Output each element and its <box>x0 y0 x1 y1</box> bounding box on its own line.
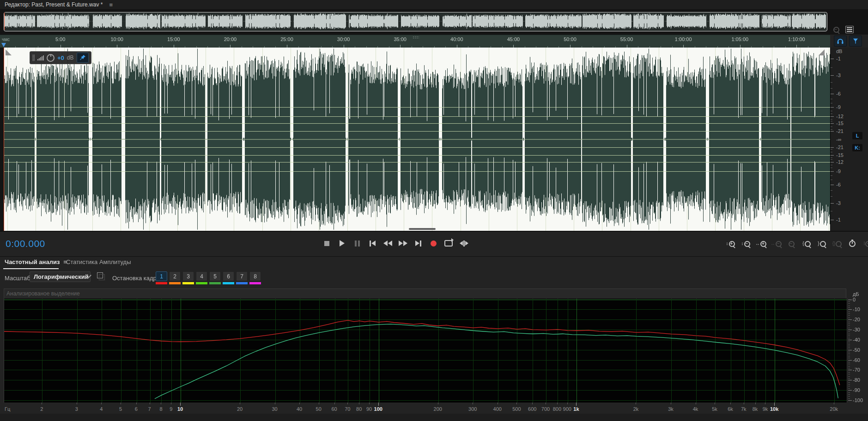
tab-amplitude-statistics[interactable]: Статистика Амплитуды <box>66 259 131 265</box>
hold-button-5[interactable]: 5 <box>209 271 221 284</box>
frequency-tick <box>347 403 348 404</box>
frequency-tick-label: 90 <box>366 406 372 412</box>
hold-button-4[interactable]: 4 <box>196 271 207 284</box>
volume-hud: +0 dB <box>30 51 91 64</box>
record-button[interactable] <box>428 237 439 249</box>
scale-dropdown[interactable]: Логарифмический <box>30 271 91 282</box>
frequency-tick-label: 3k <box>668 406 674 412</box>
rewind-button[interactable] <box>382 237 393 249</box>
waveform-scroll-handle[interactable] <box>409 228 436 230</box>
to-end-button[interactable] <box>413 237 424 249</box>
ruler-time-label: 1:05:00 <box>731 36 748 42</box>
frequency-tick <box>180 403 181 406</box>
skip-selection-button[interactable] <box>458 237 469 249</box>
playhead-marker[interactable] <box>1 43 6 47</box>
amplitude-tick <box>831 67 832 68</box>
hold-button-3[interactable]: 3 <box>182 271 194 284</box>
zoom-in-amplitude-button[interactable]: ↕ <box>724 238 736 249</box>
pin-hud-button[interactable] <box>77 53 89 63</box>
hold-button-2[interactable]: 2 <box>169 271 181 284</box>
zoom-to-in-point-button[interactable]: { <box>801 238 813 249</box>
frequency-tick <box>516 403 517 404</box>
waveform-canvas[interactable] <box>4 48 830 231</box>
hold-button-6[interactable]: 6 <box>223 271 234 284</box>
amplitude-label: -1 <box>836 217 841 223</box>
frequency-tick <box>498 403 498 404</box>
frequency-plot-canvas[interactable] <box>4 299 847 403</box>
hold-button-1[interactable]: 1 <box>156 271 167 284</box>
collapse-corner-right-icon[interactable] <box>819 49 825 55</box>
loop-button[interactable] <box>443 237 454 249</box>
tab-amplitude-statistics-label: Статистика Амплитуды <box>66 259 131 265</box>
gain-value[interactable]: +0 <box>57 54 64 61</box>
amplitude-tick <box>831 147 834 148</box>
frequency-tick <box>240 403 240 404</box>
frequency-tick <box>567 403 568 404</box>
zoom-out-all-button <box>785 238 797 249</box>
frequency-tick-label: 8k <box>753 406 758 412</box>
frequency-tick-label: 40 <box>297 406 302 412</box>
time-display[interactable]: 0:00.000 <box>6 238 45 249</box>
db-tick <box>848 340 852 340</box>
frequency-tick <box>77 403 77 404</box>
editor-title: Редактор: Past, Present & Future.wav * <box>5 1 103 8</box>
overview-waveform-canvas[interactable] <box>4 12 826 30</box>
db-tick <box>848 352 850 352</box>
amplitude-label: -15 <box>836 120 844 126</box>
zoom-in-time-button[interactable]: ↔ <box>755 238 767 249</box>
ruler-time-label: 40:00 <box>450 36 463 42</box>
panel-menu-icon[interactable]: ≡ <box>109 1 113 8</box>
overview-zoom-frame[interactable] <box>4 12 827 31</box>
hold-color-bar <box>209 282 221 284</box>
amplitude-tick <box>831 203 834 204</box>
hold-color-bar <box>169 282 181 284</box>
list-icon[interactable] <box>845 26 854 33</box>
graph-title: Анализированое выделение <box>6 290 80 297</box>
snapshot-button[interactable] <box>97 272 105 281</box>
frequency-tick <box>121 403 121 404</box>
frequency-tick <box>765 403 765 404</box>
frequency-tick <box>755 403 756 404</box>
frequency-tick <box>136 403 137 404</box>
to-start-button[interactable] <box>367 237 378 249</box>
zoom-out-amplitude-button[interactable]: ↕ <box>740 238 752 249</box>
waveform-display[interactable] <box>4 48 830 231</box>
channel-badge-l[interactable]: L <box>852 132 862 139</box>
zoom-to-selection-button: {} <box>831 238 843 249</box>
db-tick <box>848 312 850 312</box>
tab-frequency-analysis[interactable]: Частотный анализ ≡ <box>5 259 67 265</box>
graph-header: Анализированое выделение <box>4 289 846 299</box>
amplitude-tick <box>831 94 834 94</box>
frequency-tick-label: 4 <box>100 406 103 412</box>
scale-dropdown-value: Логарифмический <box>34 273 89 280</box>
play-button[interactable] <box>336 237 347 249</box>
hold-button-8[interactable]: 8 <box>249 271 261 284</box>
headphones-icon[interactable] <box>834 36 847 47</box>
panel-titlebar: Редактор: Past, Present & Future.wav * ≡ <box>0 0 868 9</box>
db-tick <box>848 328 850 328</box>
frequency-tick <box>473 403 473 404</box>
stopwatch-button[interactable] <box>846 238 858 249</box>
amplitude-label: -12 <box>836 159 844 165</box>
fast-forward-button[interactable] <box>397 237 408 249</box>
amplitude-tick <box>831 220 834 220</box>
amplitude-tick <box>831 168 832 168</box>
amplitude-tick <box>831 119 832 120</box>
gain-knob-icon[interactable] <box>47 54 55 62</box>
frequency-tick-label: 700 <box>541 406 550 412</box>
hold-button-7[interactable]: 7 <box>236 271 248 284</box>
amplitude-label: -15 <box>836 152 844 158</box>
db-tick-label: -20 <box>853 317 860 322</box>
channel-badge-k[interactable]: K: <box>852 144 862 151</box>
zoom-to-out-point-button[interactable]: } <box>816 238 828 249</box>
hud-grip-icon[interactable] <box>32 54 35 61</box>
db-tick <box>848 334 850 334</box>
collapse-corner-left-icon[interactable] <box>6 49 12 55</box>
frequency-tick-label: 70 <box>345 406 350 412</box>
monitor-icon[interactable] <box>849 36 862 47</box>
db-tick <box>848 372 850 373</box>
ruler-grip-handle[interactable] <box>413 36 419 39</box>
stop-button[interactable] <box>321 237 332 249</box>
playhead-line[interactable] <box>4 48 4 231</box>
overview-playhead[interactable] <box>4 12 5 30</box>
